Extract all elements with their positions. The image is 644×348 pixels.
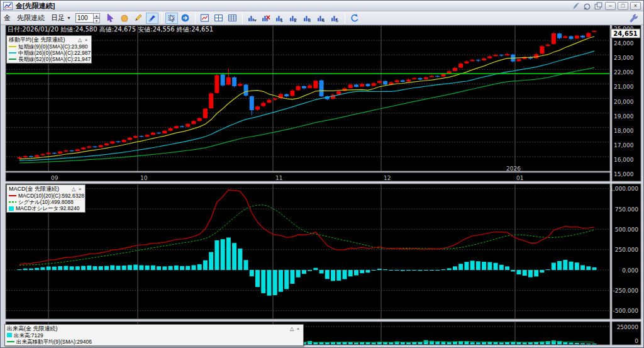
titlebar: 金[先限連続] –□× [1,1,643,11]
svg-text:12: 12 [384,175,391,181]
legend-label: 長期線(52)(0)(SMA)(C):21,947 [18,56,91,62]
svg-text:0.000: 0.000 [622,267,638,274]
svg-text:18,000: 18,000 [614,128,634,134]
legend-label: MACD(10)(20)(C):592.6328 [18,193,84,199]
legend-item: 出来高:7129 [7,332,301,339]
svg-text:16,000: 16,000 [614,157,634,163]
svg-text:1: 1 [280,18,284,23]
layout-1-icon[interactable]: 1 [274,13,286,24]
svg-text:24,000: 24,000 [614,40,634,47]
chart-app-icon [3,2,13,10]
grid-3-icon[interactable] [226,13,239,24]
legend-item: 出来高移動平均(9)(SMA):29406 [7,339,301,345]
chevron-down-icon: ▼ [67,16,71,20]
toolbar: 金 先限連続 日足 ▼ ▲ ▼ 12345 [1,11,643,25]
close-button[interactable]: × [630,2,641,10]
svg-text:250000: 250000 [617,324,639,330]
select-lines-icon[interactable] [165,13,178,24]
legend-close-button[interactable]: × [77,186,83,192]
snap-circle-icon[interactable] [179,13,192,24]
svg-text:3: 3 [308,18,311,23]
legend-item: 短期線(9)(0)(SMA)(C):23,980 [9,43,89,50]
legend-label: 出来高:7129 [14,332,43,339]
new-window-icon[interactable] [594,2,603,10]
svg-text:11: 11 [275,175,282,181]
quill-icon[interactable] [571,2,580,10]
svg-text:0: 0 [635,338,638,344]
pointer-tool-icon[interactable] [104,13,117,24]
legend-label: 出来高移動平均(9)(SMA):29406 [16,339,92,345]
contract-label: 先限連続 [17,13,45,23]
legend-collapse-button[interactable]: △ [70,186,77,192]
legend-item: シグナル(10):499.8088 [9,199,83,205]
window-title: 金[先限連続] [16,1,55,11]
svg-text:15,000: 15,000 [614,171,634,177]
legend-swatch [9,52,16,53]
svg-text:750.000: 750.000 [615,206,638,213]
legend-title: 移動平均(金 先限連続) [9,36,65,43]
legend-swatch [9,59,16,60]
symbol-label: 金 [4,13,11,23]
svg-text:日付:2026/01/20 始値:24,580 高値:24,: 日付:2026/01/20 始値:24,580 高値:24,675 安値:24,… [8,26,213,33]
float-window-icon[interactable] [582,2,592,10]
minimize-button[interactable]: – [605,2,616,10]
legend-item: 長期線(52)(0)(SMA)(C):21,947 [9,56,89,62]
legend-title: 出来高(金 先限連続) [7,325,58,332]
chart-canvas[interactable]: 日付:2026/01/20 始値:24,580 高値:24,675 安値:24,… [1,25,644,348]
bar-count-stepper: ▲ ▼ [75,13,100,23]
ma-legend: 移動平均(金 先限連続)△×短期線(9)(0)(SMA)(C):23,980中期… [6,35,92,64]
remove-indicator-icon[interactable] [260,13,272,24]
legend-close-button[interactable]: × [295,326,301,332]
spin-down-button[interactable]: ▼ [93,18,100,23]
legend-collapse-button[interactable]: △ [289,326,295,332]
svg-text:09: 09 [51,175,58,181]
svg-text:10: 10 [140,175,148,181]
svg-text:23,000: 23,000 [614,55,634,61]
legend-label: 短期線(9)(0)(SMA)(C):23,980 [18,43,88,50]
current-price-tag: 24,651 [611,29,640,38]
svg-text:5: 5 [336,18,339,23]
timeframe-dropdown[interactable]: 日足 ▼ [51,13,71,23]
hand-tool-icon[interactable] [118,13,131,24]
layout-3-icon[interactable]: 3 [301,13,314,24]
grid-2-icon[interactable] [213,13,225,24]
maximize-button[interactable]: □ [618,2,628,10]
legend-label: シグナル(10):499.8088 [18,199,74,205]
toolbar-separator [242,13,243,23]
svg-text:4: 4 [322,18,325,23]
price-info-line: 日付:2026/01/20 始値:24,580 高値:24,675 安値:24,… [8,26,213,33]
svg-text:21,000: 21,000 [614,84,634,90]
spin-up-button[interactable]: ▲ [93,13,100,18]
layout-2-icon[interactable]: 2 [287,13,300,24]
wrench-icon[interactable] [627,13,640,24]
timeframe-label: 日足 [51,13,65,23]
legend-label: 中期線(26)(0)(SMA)(C):22,987 [18,50,91,56]
macd-legend: MACD(金 先限連続)△×MACD(10)(20)(C):592.6328シグ… [6,184,86,213]
legend-swatch [9,195,16,196]
svg-text:1,000.000: 1,000.000 [609,186,638,192]
legend-label: MACDオシレータ:92.8240 [16,205,79,211]
legend-collapse-button[interactable]: △ [77,37,83,43]
svg-text:22,000: 22,000 [614,69,634,76]
layout-5-icon[interactable]: 5 [329,13,341,24]
legend-close-button[interactable]: × [83,37,89,43]
legend-swatch [9,206,14,211]
svg-text:250.000: 250.000 [615,247,638,253]
legend-swatch [7,333,12,337]
legend-swatch [9,201,16,203]
refresh-icon[interactable] [348,13,361,24]
svg-text:19,000: 19,000 [614,113,634,120]
legend-item: MACD(10)(20)(C):592.6328 [9,193,83,199]
layout-4-icon[interactable]: 4 [315,13,328,24]
pen-tool-icon[interactable] [146,13,158,24]
svg-text:2026: 2026 [506,166,521,172]
svg-text:-250.000: -250.000 [613,288,639,294]
bar-count-input[interactable] [75,13,93,23]
chart-content: 日付:2026/01/20 始値:24,580 高値:24,675 安値:24,… [1,25,643,348]
chart-window-icon[interactable] [199,13,211,24]
add-indicator-icon[interactable] [246,13,258,24]
legend-item: 中期線(26)(0)(SMA)(C):22,987 [9,50,89,56]
svg-text:20,000: 20,000 [614,99,634,105]
legend-title: MACD(金 先限連続) [9,186,59,193]
pencil-tool-icon[interactable] [132,13,145,24]
